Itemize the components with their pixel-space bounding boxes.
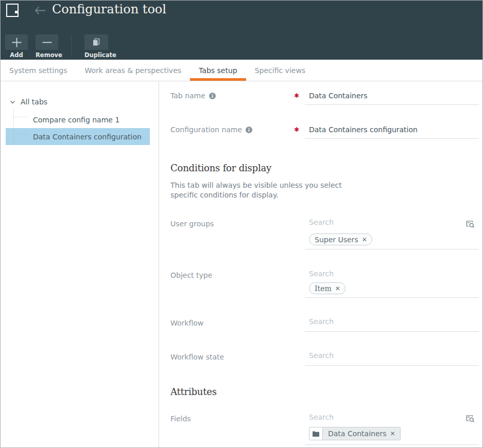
app-logo bbox=[6, 4, 19, 17]
tree-node-all-tabs[interactable]: All tabs bbox=[1, 95, 47, 109]
user-groups-search-input[interactable] bbox=[309, 218, 412, 226]
tab-bar: System settings Work areas & perspective… bbox=[1, 60, 482, 81]
chip-remove-icon[interactable]: ✕ bbox=[362, 236, 367, 243]
required-marker: ✱ bbox=[294, 92, 299, 99]
tab-specific-views[interactable]: Specific views bbox=[246, 60, 314, 81]
user-groups-label: User groups bbox=[170, 220, 214, 228]
chip-item[interactable]: Item✕ bbox=[309, 282, 346, 294]
plus-icon bbox=[5, 34, 28, 50]
conditions-description: This tab will always be visible unless y… bbox=[170, 181, 342, 200]
tree-guide-horizontal bbox=[13, 134, 28, 134]
remove-button[interactable]: Remove bbox=[36, 34, 62, 59]
configuration-name-value[interactable]: Data Containers configuration bbox=[309, 126, 418, 134]
browse-search-icon[interactable] bbox=[466, 414, 475, 425]
fields-search-input[interactable] bbox=[309, 413, 412, 421]
field-underline bbox=[305, 297, 479, 298]
chip-super-users[interactable]: Super Users✕ bbox=[309, 234, 372, 245]
tree-guide-vertical bbox=[13, 110, 14, 144]
tab-setup-form: Tab name ✱ Data Containers Configuration… bbox=[159, 81, 482, 448]
tab-system-settings[interactable]: System settings bbox=[1, 60, 76, 81]
field-underline bbox=[305, 104, 479, 105]
folder-icon bbox=[309, 427, 323, 440]
object-type-chips: Item✕ bbox=[309, 282, 346, 294]
chip-data-containers[interactable]: Data Containers✕ bbox=[309, 427, 401, 440]
configuration-tool-window: Configuration tool Add Remove Duplicate bbox=[0, 0, 483, 448]
field-underline bbox=[305, 444, 479, 445]
browse-search-icon[interactable] bbox=[466, 220, 475, 230]
chevron-down-icon[interactable] bbox=[10, 100, 15, 104]
field-underline bbox=[305, 249, 479, 249]
object-type-label: Object type bbox=[170, 271, 212, 279]
tab-work-areas-perspectives[interactable]: Work areas & perspectives bbox=[76, 60, 191, 81]
field-underline bbox=[305, 365, 479, 366]
chip-remove-icon[interactable]: ✕ bbox=[335, 285, 340, 292]
workflow-search-input[interactable] bbox=[309, 317, 412, 326]
tab-name-value[interactable]: Data Containers bbox=[309, 92, 368, 100]
tab-name-label: Tab name bbox=[170, 92, 216, 100]
field-underline bbox=[305, 138, 479, 139]
minus-icon bbox=[36, 34, 58, 50]
workflow-label: Workflow bbox=[170, 319, 203, 327]
info-icon[interactable] bbox=[246, 127, 252, 133]
active-tab-indicator bbox=[190, 78, 246, 81]
workflow-state-search-input[interactable] bbox=[309, 351, 412, 360]
app-header: Configuration tool Add Remove Duplicate bbox=[1, 1, 482, 60]
attributes-heading: Attributes bbox=[170, 386, 217, 397]
tree-item-compare-config[interactable]: Compare config name 1 bbox=[6, 111, 150, 128]
fields-chips: Data Containers✕ bbox=[309, 427, 401, 440]
required-marker: ✱ bbox=[294, 126, 299, 133]
content-area: All tabs Compare config name 1 Data Cont… bbox=[1, 81, 482, 448]
duplicate-button[interactable]: Duplicate bbox=[84, 34, 116, 59]
add-button[interactable]: Add bbox=[5, 34, 28, 59]
fields-label: Fields bbox=[170, 415, 191, 423]
configuration-name-label: Configuration name bbox=[170, 126, 252, 134]
user-groups-chips: Super Users✕ bbox=[309, 234, 372, 245]
chip-remove-icon[interactable]: ✕ bbox=[390, 430, 395, 437]
tabs-tree-sidebar: All tabs Compare config name 1 Data Cont… bbox=[1, 81, 159, 448]
conditions-heading: Conditions for display bbox=[170, 163, 271, 173]
workflow-state-label: Workflow state bbox=[170, 353, 224, 361]
duplicate-icon bbox=[84, 34, 108, 50]
tab-tabs-setup[interactable]: Tabs setup bbox=[190, 60, 246, 81]
info-icon[interactable] bbox=[209, 93, 216, 99]
tree-guide-horizontal bbox=[13, 117, 28, 117]
tree-item-data-containers[interactable]: Data Containers configuration bbox=[6, 128, 150, 145]
back-arrow-icon[interactable] bbox=[34, 6, 46, 17]
field-underline bbox=[305, 331, 479, 332]
page-title: Configuration tool bbox=[52, 2, 166, 16]
object-type-search-input[interactable] bbox=[309, 270, 412, 278]
toolbar-separator bbox=[71, 35, 72, 57]
logo-dot bbox=[15, 11, 18, 13]
